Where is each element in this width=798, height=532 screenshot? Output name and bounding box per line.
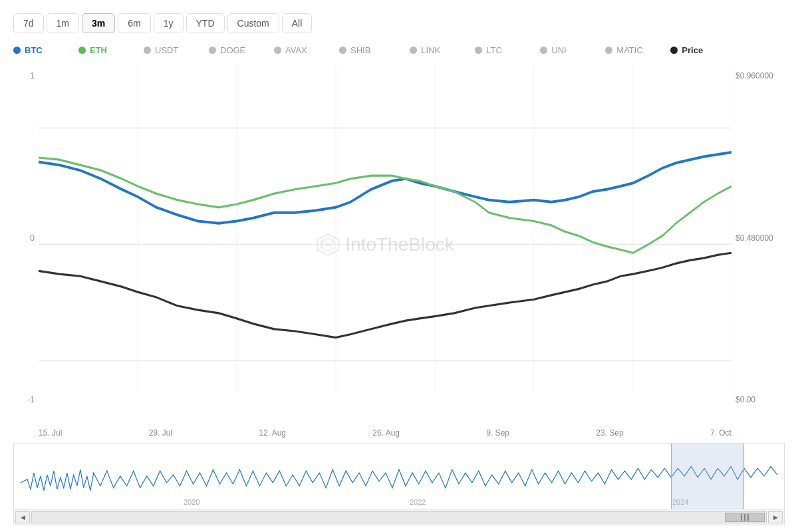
btn-6m[interactable]: 6m bbox=[118, 13, 150, 33]
btn-7d[interactable]: 7d bbox=[13, 13, 44, 33]
overview-year-2022: 2022 bbox=[410, 498, 426, 506]
btn-custom[interactable]: Custom bbox=[227, 13, 279, 33]
legend-link[interactable]: LINK bbox=[410, 45, 469, 55]
link-dot bbox=[410, 47, 417, 54]
price-label: Price bbox=[682, 45, 703, 55]
btn-1m[interactable]: 1m bbox=[47, 13, 79, 33]
x-label-0: 15. Jul bbox=[39, 428, 62, 438]
legend-row-2: LINK LTC UNI MATIC Price bbox=[410, 45, 741, 55]
y-label-bot: -1 bbox=[13, 395, 39, 404]
uni-label: UNI bbox=[551, 45, 566, 55]
main-chart-svg bbox=[39, 65, 732, 424]
legend: BTC ETH USDT DOGE AVAX SHIB bbox=[13, 45, 785, 58]
legend-uni[interactable]: UNI bbox=[540, 45, 600, 55]
eth-dot bbox=[78, 47, 86, 54]
x-label-4: 9. Sep bbox=[486, 428, 509, 438]
usdt-label: USDT bbox=[155, 45, 178, 55]
usdt-dot bbox=[144, 47, 151, 54]
avax-label: AVAX bbox=[285, 45, 307, 55]
y-label-right-bot: $0.00 bbox=[732, 395, 785, 404]
ltc-label: LTC bbox=[486, 45, 502, 55]
scroll-grip-2 bbox=[744, 514, 745, 521]
link-label: LINK bbox=[421, 45, 440, 55]
legend-row-1: BTC ETH USDT DOGE AVAX SHIB bbox=[13, 45, 410, 55]
scroll-right-btn[interactable]: ▶ bbox=[768, 511, 783, 523]
chart-svg-container: IntoTheBlock bbox=[39, 65, 732, 424]
shib-label: SHIB bbox=[350, 45, 370, 55]
matic-label: MATIC bbox=[616, 45, 642, 55]
ltc-dot bbox=[475, 47, 482, 54]
y-label-right-top: $0.960000 bbox=[732, 71, 785, 80]
y-label-top: 1 bbox=[13, 71, 39, 80]
eth-label: ETH bbox=[90, 45, 107, 55]
avax-dot bbox=[274, 47, 281, 54]
y-axis-right: $0.960000 $0.480000 $0.00 bbox=[732, 65, 785, 424]
legend-matic[interactable]: MATIC bbox=[605, 45, 665, 55]
x-label-2: 12. Aug bbox=[259, 428, 286, 438]
chart-area: 1 0 -1 IntoTheBlock bbox=[13, 65, 785, 525]
overview-svg bbox=[14, 444, 784, 509]
x-axis: 15. Jul 29. Jul 12. Aug 26. Aug 9. Sep 2… bbox=[39, 424, 732, 440]
x-label-6: 7. Oct bbox=[710, 428, 732, 438]
scrollbar: ◀ ▶ bbox=[13, 509, 785, 525]
btn-3m[interactable]: 3m bbox=[82, 13, 115, 33]
overview-selection bbox=[671, 444, 744, 509]
btn-ytd[interactable]: YTD bbox=[186, 13, 225, 33]
btc-dot bbox=[13, 47, 21, 54]
legend-eth[interactable]: ETH bbox=[78, 45, 138, 55]
y-label-right-mid: $0.480000 bbox=[732, 233, 785, 243]
scroll-grip-1 bbox=[741, 514, 742, 521]
overview-year-2020: 2020 bbox=[184, 498, 200, 506]
legend-ltc[interactable]: LTC bbox=[475, 45, 535, 55]
main-container: 7d 1m 3m 6m 1y YTD Custom All BTC ETH US… bbox=[0, 0, 798, 532]
y-label-mid: 0 bbox=[13, 233, 39, 243]
x-label-3: 26. Aug bbox=[372, 428, 400, 438]
price-dot bbox=[670, 47, 678, 54]
scroll-left-btn[interactable]: ◀ bbox=[15, 511, 30, 523]
legend-price[interactable]: Price bbox=[670, 45, 730, 55]
overview-area[interactable]: 2020 2022 2024 bbox=[13, 443, 785, 509]
legend-avax[interactable]: AVAX bbox=[274, 45, 334, 55]
btn-1y[interactable]: 1y bbox=[154, 13, 184, 33]
legend-shib[interactable]: SHIB bbox=[339, 45, 399, 55]
doge-label: DOGE bbox=[220, 45, 245, 55]
scroll-thumb[interactable] bbox=[725, 513, 765, 522]
doge-dot bbox=[209, 47, 216, 54]
time-range-bar: 7d 1m 3m 6m 1y YTD Custom All bbox=[13, 13, 785, 33]
x-label-5: 23. Sep bbox=[596, 428, 623, 438]
main-chart-wrapper: 1 0 -1 IntoTheBlock bbox=[13, 65, 785, 424]
matic-dot bbox=[605, 47, 612, 54]
legend-usdt[interactable]: USDT bbox=[144, 45, 203, 55]
x-label-1: 29. Jul bbox=[149, 428, 172, 438]
btc-label: BTC bbox=[25, 45, 43, 55]
legend-btc[interactable]: BTC bbox=[13, 45, 73, 55]
shib-dot bbox=[339, 47, 346, 54]
uni-dot bbox=[540, 47, 547, 54]
legend-doge[interactable]: DOGE bbox=[209, 45, 269, 55]
scroll-track[interactable] bbox=[31, 511, 767, 523]
btn-all[interactable]: All bbox=[282, 13, 313, 33]
scroll-grip-3 bbox=[747, 514, 749, 521]
y-axis-left: 1 0 -1 bbox=[13, 65, 39, 424]
